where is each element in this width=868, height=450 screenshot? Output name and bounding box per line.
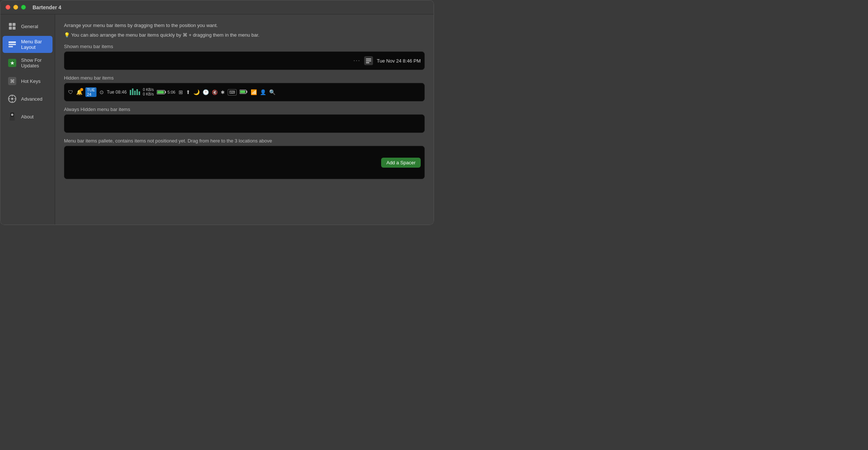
sidebar-hot-keys-label: Hot Keys: [21, 78, 41, 84]
windows-icon: ⊞: [179, 89, 183, 95]
sidebar: General Menu Bar Layout ★: [0, 14, 55, 225]
mute-icon: 🔇: [212, 90, 218, 95]
bartender-menu-icon: [364, 56, 373, 65]
sidebar-show-for-updates-label: Show For Updates: [21, 57, 48, 68]
titlebar: Bartender 4: [0, 0, 434, 14]
close-button[interactable]: [6, 5, 10, 10]
shown-menu-bar-strip[interactable]: ··· Tue Nov 24 8:46 PM: [64, 51, 425, 70]
battery-icon: 5:06: [157, 90, 175, 95]
svg-rect-22: [366, 62, 369, 63]
palette-strip[interactable]: Add a Spacer: [64, 146, 425, 179]
svg-rect-23: [130, 90, 131, 95]
svg-rect-29: [165, 91, 166, 93]
battery-time: 5:06: [167, 90, 175, 94]
svg-rect-3: [13, 27, 16, 30]
stats-icon: [130, 88, 140, 96]
show-for-updates-icon: ★: [7, 58, 17, 68]
add-spacer-button[interactable]: Add a Spacer: [381, 158, 421, 168]
svg-rect-30: [157, 91, 164, 94]
bluetooth-icon: ✱: [221, 90, 225, 95]
always-hidden-label: Always Hidden menu bar items: [64, 107, 425, 112]
sidebar-general-label: General: [21, 24, 38, 29]
svg-rect-1: [13, 23, 16, 26]
maximize-button[interactable]: [21, 5, 26, 10]
shown-label: Shown menu bar items: [64, 44, 425, 49]
general-icon: [7, 21, 17, 31]
sidebar-item-hot-keys[interactable]: ⌘ Hot Keys: [3, 73, 52, 89]
clock-icon: 🕐: [203, 89, 209, 95]
sidebar-item-general[interactable]: General: [3, 18, 52, 34]
palette-section: Menu bar items pallete, contains items n…: [64, 138, 425, 179]
sidebar-item-show-for-updates[interactable]: ★ Show For Updates: [3, 54, 52, 71]
dots-icon: ···: [353, 57, 360, 64]
svg-rect-6: [9, 46, 13, 47]
screen-capture-icon: ⊙: [99, 89, 104, 95]
svg-rect-2: [9, 27, 12, 30]
svg-rect-5: [9, 44, 16, 45]
about-icon: [7, 111, 17, 122]
notifications-icon: 🔔: [76, 89, 82, 95]
search-icon: 🔍: [269, 89, 275, 95]
network-speed: 0 KB/s0 KB/s: [143, 88, 154, 97]
hot-keys-icon: ⌘: [7, 76, 17, 86]
minimize-button[interactable]: [13, 5, 18, 10]
sidebar-item-about[interactable]: About: [3, 108, 52, 125]
hidden-label: Hidden menu bar items: [64, 75, 425, 81]
notification-badge: [80, 88, 83, 91]
content-area: General Menu Bar Layout ★: [0, 14, 434, 225]
calendar-icon: TUE24: [85, 87, 96, 97]
menu-bar-layout-icon: [7, 39, 17, 50]
sidebar-menu-bar-layout-label: Menu Bar Layout: [21, 39, 48, 50]
sidebar-item-menu-bar-layout[interactable]: Menu Bar Layout: [3, 36, 52, 53]
svg-point-19: [11, 114, 13, 116]
svg-rect-4: [9, 41, 16, 43]
main-content: Arrange your menu bar items by dragging …: [55, 14, 434, 225]
palette-label: Menu bar items pallete, contains items n…: [64, 138, 425, 144]
svg-rect-26: [136, 89, 138, 95]
time-display: Tue 08:46: [107, 90, 127, 95]
svg-rect-33: [240, 91, 245, 93]
sidebar-about-label: About: [21, 114, 34, 120]
advanced-icon: [7, 94, 17, 104]
user-icon: 👤: [260, 89, 266, 95]
shown-section: Shown menu bar items ··· Tue Nov 24 8:46…: [64, 44, 425, 70]
keyboard-viewer-icon: ⌨: [228, 89, 237, 95]
hidden-menu-bar-strip[interactable]: 🛡 🔔 TUE24 ⊙ Tue 08:46: [64, 83, 425, 101]
svg-rect-25: [134, 91, 136, 95]
app-window: Bartender 4 General: [0, 0, 434, 225]
always-hidden-strip[interactable]: [64, 114, 425, 133]
shield-icon: 🛡: [68, 89, 73, 95]
instruction-cmd: 💡 You can also arrange the menu bar item…: [64, 31, 425, 39]
battery2-icon: [240, 89, 248, 95]
svg-rect-21: [366, 60, 371, 61]
svg-rect-32: [246, 91, 247, 93]
sidebar-item-advanced[interactable]: Advanced: [3, 91, 52, 107]
instructions-block: Arrange your menu bar items by dragging …: [64, 22, 425, 38]
sidebar-advanced-label: Advanced: [21, 96, 43, 102]
svg-rect-0: [9, 23, 12, 26]
app-title: Bartender 4: [33, 4, 61, 10]
svg-text:⌘: ⌘: [10, 78, 15, 84]
svg-rect-18: [10, 117, 15, 121]
svg-point-12: [11, 98, 13, 100]
instruction-drag: Arrange your menu bar items by dragging …: [64, 22, 425, 29]
datetime-display: Tue Nov 24 8:46 PM: [377, 58, 421, 64]
hidden-section: Hidden menu bar items 🛡 🔔 TUE24 ⊙ Tue 08…: [64, 75, 425, 101]
svg-rect-20: [366, 58, 371, 60]
always-hidden-section: Always Hidden menu bar items: [64, 107, 425, 133]
upload-icon: ⬆: [186, 89, 190, 95]
svg-rect-27: [139, 91, 140, 95]
svg-rect-24: [132, 88, 133, 95]
moon-icon: 🌙: [193, 89, 200, 95]
wifi-icon: 📶: [251, 89, 257, 95]
svg-text:★: ★: [10, 60, 15, 66]
